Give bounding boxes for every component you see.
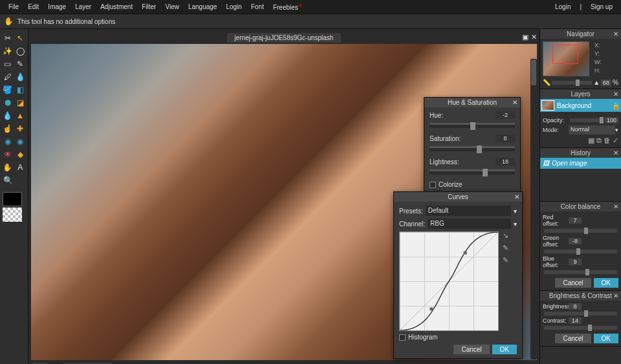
eyedrop-tool[interactable]: 💧 bbox=[15, 71, 27, 83]
cb-cancel-button[interactable]: Cancel bbox=[555, 278, 591, 288]
eyedrop-black-icon[interactable]: ↘ bbox=[503, 231, 508, 240]
brightness-value[interactable]: 8 bbox=[569, 303, 582, 310]
navigator-thumbnail[interactable] bbox=[543, 41, 589, 76]
saturation-slider[interactable] bbox=[430, 146, 515, 151]
menu-image[interactable]: Image bbox=[43, 2, 71, 12]
close-tab-icon[interactable]: ✕ bbox=[531, 33, 537, 41]
curves-cancel-button[interactable]: Cancel bbox=[453, 345, 489, 354]
pencil-tool[interactable]: 🖊 bbox=[2, 71, 14, 83]
menu-adjustment[interactable]: Adjustment bbox=[96, 2, 137, 12]
bc-cancel-button[interactable]: Cancel bbox=[555, 334, 591, 343]
burn-tool[interactable]: ◉ bbox=[15, 136, 27, 147]
menu-freebies[interactable]: Freebies★ bbox=[268, 1, 307, 12]
merge-icon[interactable]: ✓ bbox=[613, 136, 618, 145]
cb-ok-button[interactable]: OK bbox=[594, 278, 618, 288]
lock-icon[interactable]: 🔒 bbox=[612, 102, 620, 109]
channel-select[interactable]: RBG bbox=[428, 219, 511, 229]
shape-tool[interactable]: ◆ bbox=[15, 149, 27, 160]
background-swatch[interactable] bbox=[3, 208, 22, 222]
chevron-down-icon[interactable]: ▾ bbox=[514, 220, 517, 228]
brush-tool[interactable]: ✎ bbox=[15, 58, 27, 70]
signup-link[interactable]: Sign up bbox=[586, 2, 617, 12]
close-icon[interactable]: ✕ bbox=[514, 193, 519, 200]
contrast-slider[interactable] bbox=[544, 326, 617, 330]
menu-language[interactable]: Language bbox=[184, 2, 222, 12]
eyedrop-gray-icon[interactable]: ✎ bbox=[503, 244, 508, 252]
marquee-tool[interactable]: ▭ bbox=[2, 58, 14, 70]
menu-filter[interactable]: Filter bbox=[137, 2, 160, 12]
crop-tool[interactable]: ✂ bbox=[2, 32, 14, 44]
popout-icon[interactable]: ▣ bbox=[522, 33, 528, 41]
close-icon[interactable]: ✕ bbox=[613, 149, 618, 156]
menu-view[interactable]: View bbox=[160, 2, 184, 12]
eyedrop-white-icon[interactable]: ✎ bbox=[503, 256, 508, 264]
document-tab[interactable]: jernej-graj-juJOE58s9Gc-unsplash bbox=[227, 33, 342, 43]
menu-font[interactable]: Font bbox=[246, 2, 268, 12]
hue-value[interactable]: -2 bbox=[496, 111, 515, 119]
close-icon[interactable]: ✕ bbox=[613, 30, 618, 37]
menu-layer[interactable]: Layer bbox=[71, 2, 96, 12]
colorize-checkbox[interactable]: Colorize bbox=[430, 181, 515, 188]
history-item[interactable]: 🖼 Open image bbox=[540, 158, 621, 169]
navigator-zoom-value[interactable]: 68 bbox=[601, 80, 611, 86]
histogram-checkbox[interactable]: Histogram bbox=[399, 334, 517, 341]
presets-select[interactable]: Default bbox=[426, 206, 511, 216]
duplicate-icon[interactable]: ⧉ bbox=[596, 136, 602, 145]
red-offset-slider[interactable] bbox=[544, 229, 617, 233]
hue-slider[interactable] bbox=[430, 123, 515, 128]
lightness-value[interactable]: 18 bbox=[496, 158, 515, 166]
smudge-tool[interactable]: ☝ bbox=[2, 123, 14, 134]
chevron-down-icon[interactable]: ▾ bbox=[514, 208, 517, 215]
vertical-scrollbar[interactable] bbox=[530, 59, 537, 359]
red-offset-value[interactable]: 7 bbox=[569, 217, 582, 224]
close-icon[interactable]: ✕ bbox=[613, 203, 618, 210]
redeye-tool[interactable]: 👁 bbox=[2, 149, 14, 160]
menu-file[interactable]: File bbox=[4, 2, 23, 12]
green-offset-value[interactable]: -8 bbox=[569, 238, 582, 244]
lightness-slider[interactable] bbox=[430, 169, 515, 175]
blend-mode-select[interactable]: Normal bbox=[569, 125, 615, 134]
zoom-out-icon[interactable]: ▲ bbox=[593, 79, 600, 86]
clone-tool[interactable]: ⬢ bbox=[2, 97, 14, 109]
close-icon[interactable]: ✕ bbox=[512, 99, 518, 106]
lasso-tool[interactable]: ◯ bbox=[15, 45, 27, 57]
brightness-slider[interactable] bbox=[544, 312, 617, 316]
close-icon[interactable]: ✕ bbox=[613, 292, 618, 299]
heal-tool[interactable]: ✚ bbox=[15, 123, 27, 134]
blur-tool[interactable]: 💧 bbox=[2, 110, 14, 122]
opacity-slider[interactable] bbox=[570, 118, 604, 122]
new-layer-icon[interactable]: ▦ bbox=[588, 136, 594, 145]
hs-title: Hue & Saturation bbox=[448, 99, 497, 106]
dodge-tool[interactable]: ◉ bbox=[2, 136, 14, 147]
login-link[interactable]: Login bbox=[550, 2, 575, 12]
text-tool[interactable]: A bbox=[15, 162, 27, 173]
wand-tool[interactable]: ✨ bbox=[2, 45, 14, 57]
blue-offset-value[interactable]: 9 bbox=[569, 259, 582, 265]
delete-icon[interactable]: 🗑 bbox=[604, 136, 611, 145]
sharpen-tool[interactable]: ▲ bbox=[15, 110, 27, 122]
saturation-value[interactable]: 8 bbox=[496, 134, 515, 142]
fill-tool[interactable]: 🪣 bbox=[2, 84, 14, 96]
presets-label: Presets: bbox=[399, 208, 423, 215]
hand-tool[interactable]: ✋ bbox=[2, 162, 14, 173]
options-text: This tool has no additional options bbox=[17, 18, 115, 25]
zoom-tool[interactable]: 🔍 bbox=[2, 175, 14, 186]
move-tool[interactable]: ↖ bbox=[15, 32, 27, 44]
menu-login[interactable]: Login bbox=[221, 2, 246, 12]
green-offset-slider[interactable] bbox=[544, 250, 617, 253]
bc-ok-button[interactable]: OK bbox=[594, 334, 618, 343]
curves-graph[interactable] bbox=[399, 231, 499, 331]
menu-edit[interactable]: Edit bbox=[23, 2, 43, 12]
close-icon[interactable]: ✕ bbox=[613, 91, 618, 98]
ruler-icon[interactable]: 📏 bbox=[543, 79, 550, 86]
curves-ok-button[interactable]: OK bbox=[492, 345, 517, 354]
blue-offset-slider[interactable] bbox=[544, 270, 617, 274]
foreground-swatch[interactable] bbox=[3, 192, 22, 206]
gradient-tool[interactable]: ◧ bbox=[15, 84, 27, 96]
chevron-down-icon[interactable]: ▾ bbox=[615, 127, 618, 133]
eraser-tool[interactable]: ◪ bbox=[15, 97, 27, 109]
opacity-value[interactable]: 100 bbox=[605, 117, 618, 123]
layer-row[interactable]: Background 🔒 bbox=[540, 99, 621, 112]
contrast-value[interactable]: 14 bbox=[569, 317, 582, 324]
navigator-zoom-slider[interactable] bbox=[552, 81, 592, 85]
